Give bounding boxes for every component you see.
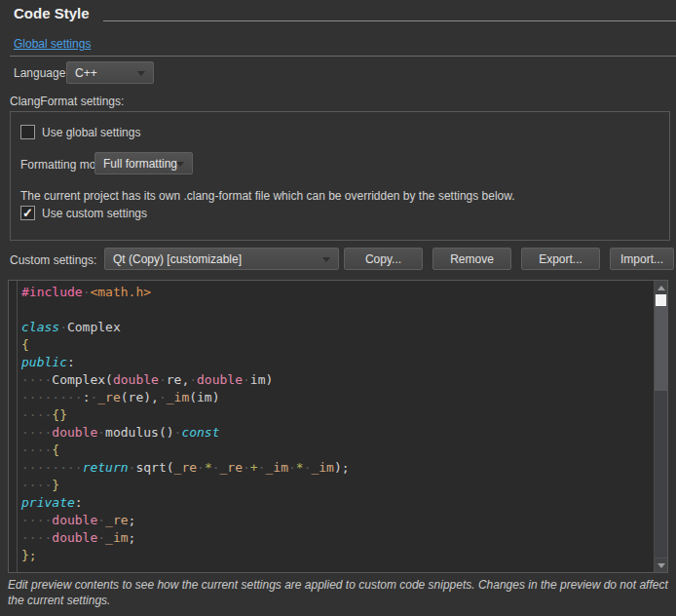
checkmark-icon: ✓: [22, 207, 33, 219]
code-line: ····}: [21, 477, 652, 494]
editor-margin-line: [17, 281, 18, 572]
custom-settings-label: Custom settings:: [10, 253, 96, 267]
use-global-settings-label: Use global settings: [42, 126, 140, 139]
scroll-position-marker: [656, 294, 666, 306]
vertical-scrollbar[interactable]: [654, 281, 667, 572]
code-line: ····Complex(double·re,·double·im): [21, 371, 652, 389]
code-line: ····{: [21, 442, 652, 459]
formatting-mode-value: Full formatting: [103, 157, 177, 171]
custom-settings-select[interactable]: Qt (Copy) [customizable]: [104, 248, 339, 270]
clangformat-note: The current project has its own .clang-f…: [20, 189, 515, 203]
import-button[interactable]: Import...: [610, 248, 674, 270]
dropdown-arrow-icon: [176, 162, 184, 167]
export-button[interactable]: Export...: [521, 248, 600, 270]
code-area: #include·<math.h> class·Complex{public:·…: [21, 284, 652, 564]
scrollbar-thumb[interactable]: [655, 294, 667, 391]
code-line: ····double·_im;: [21, 529, 652, 547]
language-select-value: C++: [75, 66, 97, 80]
code-line: ····double·modulus()·const: [21, 424, 652, 442]
copy-button[interactable]: Copy...: [344, 248, 423, 270]
code-line: ········:·_re(re),·_im(im): [21, 389, 652, 406]
scrollbar-down-button[interactable]: [655, 558, 667, 572]
dropdown-arrow-icon: [322, 257, 330, 262]
code-line: public:: [21, 354, 652, 371]
remove-button[interactable]: Remove: [432, 248, 511, 270]
arrow-down-icon: [657, 563, 665, 568]
code-line: ····{}: [21, 406, 652, 424]
code-line: #include·<math.h>: [21, 284, 652, 301]
code-line: class·Complex: [21, 319, 652, 336]
code-line: [21, 301, 652, 319]
checkbox-box: [20, 125, 35, 139]
custom-settings-value: Qt (Copy) [customizable]: [113, 252, 242, 266]
use-global-settings-checkbox[interactable]: Use global settings: [20, 125, 140, 139]
use-custom-settings-checkbox[interactable]: ✓ Use custom settings: [20, 206, 147, 220]
page-title: Code Style: [14, 5, 90, 21]
arrow-up-icon: [657, 286, 665, 290]
dropdown-arrow-icon: [137, 71, 145, 76]
code-line: private:: [21, 494, 652, 512]
code-preview-editor[interactable]: #include·<math.h> class·Complex{public:·…: [8, 280, 668, 573]
footer-note: Edit preview contents to see how the cur…: [8, 577, 674, 608]
code-line: };: [21, 547, 652, 564]
formatting-mode-select[interactable]: Full formatting: [94, 152, 193, 174]
language-select[interactable]: C++: [66, 61, 154, 84]
global-settings-link[interactable]: Global settings: [14, 37, 91, 51]
clangformat-section-label: ClangFormat settings:: [10, 95, 124, 108]
header-separator: [10, 56, 676, 57]
code-line: ····double·_re;: [21, 512, 652, 529]
language-label: Language:: [14, 66, 69, 80]
code-line: {: [21, 336, 652, 354]
checkbox-box-checked: ✓: [20, 206, 35, 220]
use-custom-settings-label: Use custom settings: [42, 207, 147, 220]
scrollbar-track[interactable]: [655, 391, 667, 558]
code-line: ········return·sqrt(_re·*·_re·+·_im·*·_i…: [21, 459, 652, 477]
title-rule: [103, 20, 676, 21]
scrollbar-up-button[interactable]: [655, 281, 667, 295]
